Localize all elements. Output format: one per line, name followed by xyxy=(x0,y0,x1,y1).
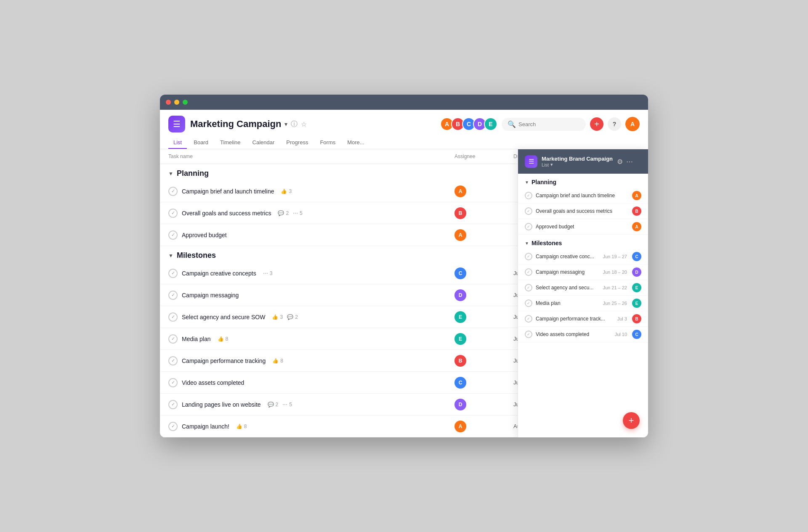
task-assignee-avatar: B xyxy=(454,355,466,367)
list-item: ✓ Video assets completed Jul 10 C xyxy=(518,327,648,342)
tab-forms[interactable]: Forms xyxy=(315,137,340,149)
mini-task-name: Select agency and secu... xyxy=(536,285,600,291)
mini-task-date: Jun 21 – 22 xyxy=(603,285,627,290)
section-toggle-icon[interactable]: ▼ xyxy=(168,253,173,259)
mini-task-name: Campaign performance track... xyxy=(536,316,614,322)
task-check-icon[interactable]: ✓ xyxy=(168,312,178,322)
fab-add-button[interactable]: + xyxy=(623,412,640,429)
minimize-button[interactable] xyxy=(174,100,179,105)
mini-task-check[interactable]: ✓ xyxy=(525,207,532,215)
task-check-icon[interactable]: ✓ xyxy=(168,378,178,387)
team-avatars: A B C D E xyxy=(443,117,497,131)
comment-count: 💬2 xyxy=(278,210,289,216)
task-check-icon[interactable]: ✓ xyxy=(168,291,178,300)
mini-task-name: Overall goals and success metrics xyxy=(536,208,629,214)
mini-task-check[interactable]: ✓ xyxy=(525,268,532,276)
tab-list[interactable]: List xyxy=(168,137,187,149)
mini-task-date: Jun 18 – 20 xyxy=(603,270,627,275)
task-check-icon[interactable]: ✓ xyxy=(168,209,178,218)
search-input[interactable] xyxy=(518,121,582,127)
mini-panel-actions: ⚙ ⋯ xyxy=(617,158,633,166)
list-item: ✓ Campaign brief and launch timeline A xyxy=(518,188,648,204)
tab-progress[interactable]: Progress xyxy=(281,137,313,149)
list-item: ✓ Campaign performance track... Jul 3 B xyxy=(518,311,648,327)
task-assignee-avatar: A xyxy=(454,229,466,241)
task-check-icon[interactable]: ✓ xyxy=(168,230,178,240)
task-check-icon[interactable]: ✓ xyxy=(168,356,178,365)
task-check-icon[interactable]: ✓ xyxy=(168,400,178,409)
subtask-count: ⋯5 xyxy=(282,402,292,408)
user-avatar[interactable]: A xyxy=(625,117,640,131)
project-title: Marketing Campaign xyxy=(190,119,281,130)
task-name: Media plan xyxy=(182,336,211,342)
task-assignee-avatar: D xyxy=(454,289,466,301)
tab-more[interactable]: More... xyxy=(342,137,369,149)
mini-task-check[interactable]: ✓ xyxy=(525,299,532,307)
task-name: Landing pages live on website xyxy=(182,401,261,408)
maximize-button[interactable] xyxy=(183,100,188,105)
mini-task-check[interactable]: ✓ xyxy=(525,253,532,260)
mini-panel-body: ▼ Planning ✓ Campaign brief and launch t… xyxy=(518,174,648,342)
mini-task-check[interactable]: ✓ xyxy=(525,284,532,291)
add-button[interactable]: + xyxy=(590,117,603,131)
mini-task-check[interactable]: ✓ xyxy=(525,331,532,338)
task-assignee-avatar: B xyxy=(454,207,466,219)
tab-calendar[interactable]: Calendar xyxy=(247,137,280,149)
list-item: ✓ Campaign messaging Jun 18 – 20 D xyxy=(518,265,648,280)
star-icon[interactable]: ☆ xyxy=(301,120,307,128)
mini-task-name: Campaign brief and launch timeline xyxy=(536,193,629,199)
nav-tabs: List Board Timeline Calendar Progress Fo… xyxy=(168,137,640,149)
mini-task-check[interactable]: ✓ xyxy=(525,192,532,199)
header-left: ☰ Marketing Campaign ▾ ⓘ ☆ xyxy=(168,116,307,132)
close-button[interactable] xyxy=(166,100,171,105)
content-area: Task name Assignee Due date Status ▼ Pla… xyxy=(160,149,648,437)
mini-panel: ☰ Marketing Brand Campaign List ▾ ⚙ ⋯ ▼ xyxy=(518,149,648,437)
task-assignee-avatar: C xyxy=(454,267,466,279)
task-name: Overall goals and success metrics xyxy=(182,210,271,217)
list-item: ✓ Overall goals and success metrics B xyxy=(518,204,648,219)
like-count: 👍8 xyxy=(218,336,229,342)
mini-task-avatar: B xyxy=(632,206,641,216)
titlebar xyxy=(160,95,648,110)
info-icon[interactable]: ⓘ xyxy=(291,120,298,129)
mini-panel-settings-button[interactable]: ⚙ xyxy=(617,158,623,166)
mini-section-title: Milestones xyxy=(532,240,562,246)
list-item: ✓ Approved budget A xyxy=(518,219,648,235)
mini-task-check[interactable]: ✓ xyxy=(525,315,532,323)
mini-task-date: Jul 3 xyxy=(617,316,627,321)
section-toggle-icon[interactable]: ▼ xyxy=(168,171,173,177)
mini-task-name: Campaign creative conc... xyxy=(536,254,600,259)
like-count: 👍3 xyxy=(281,188,292,194)
tab-board[interactable]: Board xyxy=(189,137,213,149)
task-check-icon[interactable]: ✓ xyxy=(168,187,178,196)
mini-panel-more-button[interactable]: ⋯ xyxy=(626,158,633,166)
task-check-icon[interactable]: ✓ xyxy=(168,269,178,278)
tab-timeline[interactable]: Timeline xyxy=(215,137,246,149)
mini-task-avatar: C xyxy=(632,330,641,339)
mini-task-name: Approved budget xyxy=(536,224,629,230)
task-assignee-avatar: D xyxy=(454,399,466,410)
chevron-down-icon[interactable]: ▾ xyxy=(284,121,287,127)
mini-task-name: Campaign messaging xyxy=(536,269,600,275)
mini-section-planning: ▼ Planning xyxy=(518,174,648,188)
task-name: Campaign launch! xyxy=(182,423,229,430)
comment-count: 💬2 xyxy=(287,314,298,320)
task-assignee-avatar: E xyxy=(454,311,466,323)
list-item: ✓ Campaign creative conc... Jun 19 – 27 … xyxy=(518,249,648,265)
search-icon: 🔍 xyxy=(508,120,516,128)
task-name: Approved budget xyxy=(182,232,227,238)
search-bar[interactable]: 🔍 xyxy=(502,118,586,131)
mini-section-toggle-icon[interactable]: ▼ xyxy=(525,180,529,185)
help-button[interactable]: ? xyxy=(608,117,621,131)
app-window: ☰ Marketing Campaign ▾ ⓘ ☆ A B C D E xyxy=(160,95,648,437)
task-check-icon[interactable]: ✓ xyxy=(168,334,178,344)
project-info: Marketing Campaign ▾ ⓘ ☆ xyxy=(190,119,307,130)
avatar: E xyxy=(484,117,497,131)
mini-section-toggle-icon[interactable]: ▼ xyxy=(525,241,529,246)
like-count: 👍3 xyxy=(272,314,283,320)
mini-panel-title-area: Marketing Brand Campaign List ▾ xyxy=(542,156,613,167)
task-name: Campaign brief and launch timeline xyxy=(182,188,274,195)
task-check-icon[interactable]: ✓ xyxy=(168,422,178,431)
col-assignee: Assignee xyxy=(454,154,513,159)
mini-task-check[interactable]: ✓ xyxy=(525,223,532,230)
